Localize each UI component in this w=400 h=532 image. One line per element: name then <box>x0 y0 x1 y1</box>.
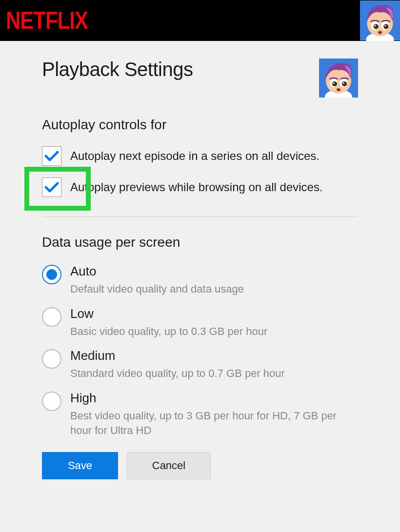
data-usage-auto-row: Auto Default video quality and data usag… <box>42 264 358 296</box>
checkmark-icon <box>44 151 59 161</box>
netflix-logo[interactable]: NETFLIX <box>6 6 88 35</box>
data-usage-auto-text: Auto Default video quality and data usag… <box>70 264 244 296</box>
avatar-icon <box>319 59 358 98</box>
data-usage-radio-group: Auto Default video quality and data usag… <box>42 264 358 437</box>
save-button[interactable]: Save <box>42 452 118 479</box>
data-usage-low-label: Low <box>70 306 267 321</box>
data-usage-low-radio[interactable] <box>42 307 61 327</box>
checkmark-icon <box>44 182 59 193</box>
data-usage-auto-desc: Default video quality and data usage <box>70 282 244 296</box>
autoplay-previews-row: Autoplay previews while browsing on all … <box>42 177 358 197</box>
data-usage-high-row: High Best video quality, up to 3 GB per … <box>42 391 358 437</box>
data-usage-medium-text: Medium Standard video quality, up to 0.7… <box>70 348 285 381</box>
autoplay-previews-label: Autoplay previews while browsing on all … <box>70 180 323 194</box>
autoplay-next-episode-checkbox[interactable] <box>42 146 61 166</box>
page-title: Playback Settings <box>42 59 193 80</box>
data-usage-low-text: Low Basic video quality, up to 0.3 GB pe… <box>70 306 267 339</box>
cancel-button[interactable]: Cancel <box>127 452 211 479</box>
app-header: NETFLIX <box>0 0 400 41</box>
data-usage-medium-desc: Standard video quality, up to 0.7 GB per… <box>70 366 285 381</box>
autoplay-next-episode-row: Autoplay next episode in a series on all… <box>42 146 358 166</box>
data-usage-low-desc: Basic video quality, up to 0.3 GB per ho… <box>70 324 267 339</box>
autoplay-previews-checkbox[interactable] <box>42 177 61 197</box>
data-usage-high-desc: Best video quality, up to 3 GB per hour … <box>70 409 358 437</box>
title-row: Playback Settings <box>42 59 358 98</box>
data-usage-medium-radio[interactable] <box>42 349 61 369</box>
section-divider <box>42 217 358 217</box>
radio-dot-icon <box>46 269 57 280</box>
profile-avatar-header[interactable] <box>360 0 400 41</box>
content-area: Playback Settings Autoplay controls for … <box>0 41 400 499</box>
autoplay-section: Autoplay controls for Autoplay next epis… <box>42 117 358 197</box>
data-usage-auto-radio[interactable] <box>42 265 61 284</box>
data-usage-section: Data usage per screen Auto Default video… <box>42 235 358 437</box>
data-usage-heading: Data usage per screen <box>42 235 358 250</box>
data-usage-medium-row: Medium Standard video quality, up to 0.7… <box>42 348 358 381</box>
autoplay-heading: Autoplay controls for <box>42 117 358 133</box>
data-usage-high-text: High Best video quality, up to 3 GB per … <box>70 391 358 437</box>
data-usage-high-radio[interactable] <box>42 392 61 411</box>
data-usage-low-row: Low Basic video quality, up to 0.3 GB pe… <box>42 306 358 339</box>
autoplay-next-episode-label: Autoplay next episode in a series on all… <box>70 149 320 163</box>
avatar-icon <box>360 0 400 41</box>
button-row: Save Cancel <box>42 452 358 479</box>
profile-avatar-large[interactable] <box>319 59 358 98</box>
data-usage-high-label: High <box>70 391 358 406</box>
data-usage-medium-label: Medium <box>70 348 285 363</box>
data-usage-auto-label: Auto <box>70 264 244 279</box>
